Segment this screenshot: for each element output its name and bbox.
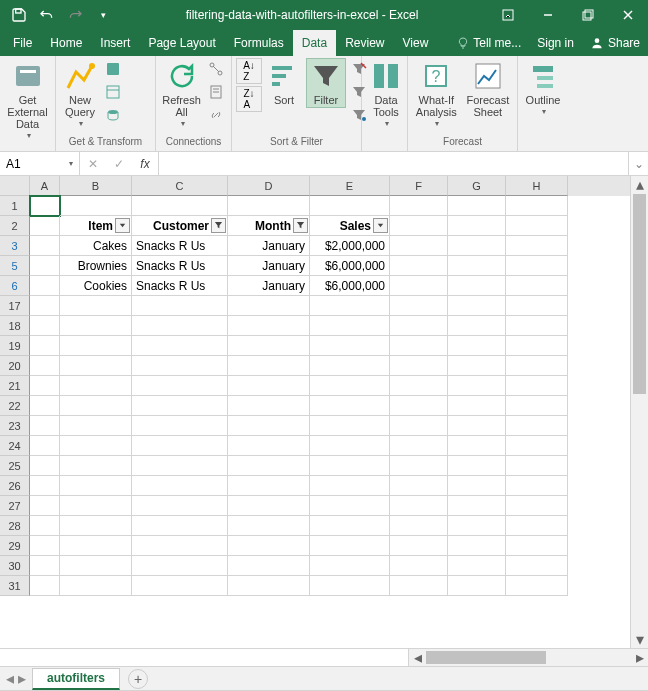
col-header-E[interactable]: E <box>310 176 390 196</box>
cell[interactable]: Month <box>228 216 310 236</box>
cell[interactable] <box>310 396 390 416</box>
cell[interactable] <box>310 576 390 596</box>
row-header[interactable]: 29 <box>0 536 30 556</box>
cell[interactable] <box>30 216 60 236</box>
cell[interactable] <box>228 196 310 216</box>
cell[interactable] <box>390 536 448 556</box>
what-if-button[interactable]: ?What-If Analysis▾ <box>412 58 461 132</box>
cell[interactable] <box>506 356 568 376</box>
cell[interactable] <box>30 456 60 476</box>
ribbon-options-icon[interactable] <box>488 0 528 30</box>
maximize-icon[interactable] <box>568 0 608 30</box>
cell[interactable]: Cakes <box>60 236 132 256</box>
row-header[interactable]: 28 <box>0 516 30 536</box>
cell[interactable] <box>390 416 448 436</box>
col-header-F[interactable]: F <box>390 176 448 196</box>
row-header[interactable]: 30 <box>0 556 30 576</box>
cell[interactable] <box>506 216 568 236</box>
cell[interactable] <box>390 496 448 516</box>
cell[interactable] <box>448 456 506 476</box>
cell[interactable] <box>506 556 568 576</box>
edit-links-icon[interactable] <box>205 104 227 126</box>
cell[interactable] <box>228 516 310 536</box>
qat-customize-icon[interactable]: ▾ <box>90 2 116 28</box>
sort-button[interactable]: Sort <box>264 58 304 108</box>
cell[interactable] <box>60 476 132 496</box>
col-header-G[interactable]: G <box>448 176 506 196</box>
next-sheet-icon[interactable]: ▸ <box>18 669 26 688</box>
refresh-all-button[interactable]: Refresh All▾ <box>160 58 203 132</box>
properties-icon[interactable] <box>205 81 227 103</box>
tab-data[interactable]: Data <box>293 30 336 56</box>
cell[interactable] <box>448 496 506 516</box>
minimize-icon[interactable] <box>528 0 568 30</box>
cell[interactable] <box>310 296 390 316</box>
prev-sheet-icon[interactable]: ◂ <box>6 669 14 688</box>
row-header[interactable]: 24 <box>0 436 30 456</box>
row-header[interactable]: 17 <box>0 296 30 316</box>
cell[interactable] <box>310 516 390 536</box>
outline-button[interactable]: Outline▾ <box>522 58 564 120</box>
cell[interactable] <box>448 576 506 596</box>
cell[interactable] <box>390 336 448 356</box>
row-header[interactable]: 1 <box>0 196 30 216</box>
cell[interactable] <box>448 196 506 216</box>
cell[interactable] <box>60 576 132 596</box>
tab-file[interactable]: File <box>4 30 41 56</box>
col-header-A[interactable]: A <box>30 176 60 196</box>
filter-dropdown-icon[interactable] <box>115 218 130 233</box>
row-header[interactable]: 21 <box>0 376 30 396</box>
cell[interactable] <box>60 416 132 436</box>
filter-dropdown-icon[interactable] <box>373 218 388 233</box>
cell[interactable]: Cookies <box>60 276 132 296</box>
cell[interactable] <box>30 196 60 216</box>
vertical-scrollbar[interactable]: ▴ ▾ <box>630 176 648 648</box>
close-icon[interactable] <box>608 0 648 30</box>
cell[interactable]: Snacks R Us <box>132 236 228 256</box>
cell[interactable] <box>506 476 568 496</box>
cell[interactable] <box>506 336 568 356</box>
cell[interactable] <box>228 356 310 376</box>
cell[interactable] <box>228 456 310 476</box>
cell[interactable] <box>30 436 60 456</box>
filter-dropdown-icon[interactable] <box>211 218 226 233</box>
cell[interactable] <box>60 356 132 376</box>
cell[interactable] <box>60 396 132 416</box>
redo-icon[interactable] <box>62 2 88 28</box>
cell[interactable] <box>390 236 448 256</box>
scroll-up-icon[interactable]: ▴ <box>631 176 648 193</box>
cell[interactable] <box>132 556 228 576</box>
cell[interactable] <box>448 536 506 556</box>
cell[interactable]: Customer <box>132 216 228 236</box>
tab-page-layout[interactable]: Page Layout <box>139 30 224 56</box>
show-queries-icon[interactable] <box>102 58 124 80</box>
cell[interactable] <box>448 356 506 376</box>
cell[interactable] <box>132 476 228 496</box>
cell[interactable] <box>30 396 60 416</box>
cell[interactable]: Sales <box>310 216 390 236</box>
cell[interactable] <box>30 236 60 256</box>
col-header-B[interactable]: B <box>60 176 132 196</box>
cell[interactable] <box>132 336 228 356</box>
cell[interactable] <box>132 576 228 596</box>
cell[interactable]: Brownies <box>60 256 132 276</box>
cell[interactable] <box>390 256 448 276</box>
cell[interactable] <box>448 516 506 536</box>
cell[interactable] <box>448 316 506 336</box>
cell[interactable] <box>390 216 448 236</box>
scroll-right-icon[interactable]: ▸ <box>631 648 648 667</box>
scroll-thumb[interactable] <box>633 194 646 394</box>
cell[interactable] <box>310 436 390 456</box>
cell[interactable] <box>228 416 310 436</box>
cell[interactable] <box>30 576 60 596</box>
cell[interactable] <box>390 396 448 416</box>
cell[interactable] <box>228 576 310 596</box>
cell[interactable] <box>506 196 568 216</box>
cell[interactable] <box>228 496 310 516</box>
cell[interactable] <box>60 296 132 316</box>
share-button[interactable]: Share <box>582 30 648 56</box>
chevron-down-icon[interactable]: ▾ <box>69 159 73 168</box>
new-query-button[interactable]: New Query▾ <box>60 58 100 132</box>
cell[interactable] <box>30 416 60 436</box>
cell[interactable] <box>448 276 506 296</box>
